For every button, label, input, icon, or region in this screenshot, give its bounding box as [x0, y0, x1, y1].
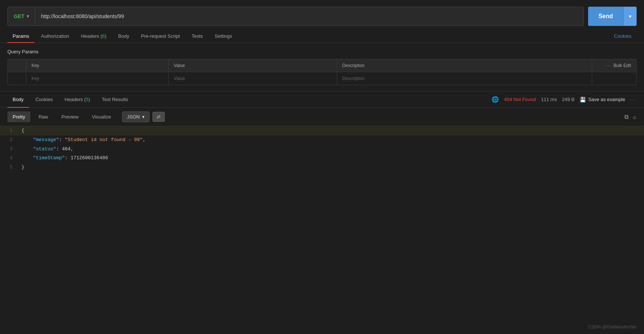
row-checkbox[interactable] [8, 72, 26, 85]
response-meta: 🌐 404 Not Found 111 ms 249 B 💾 Save as e… [492, 96, 637, 103]
response-size: 249 B [562, 97, 574, 102]
search-icon[interactable]: ⌕ [633, 114, 637, 120]
url-input[interactable] [35, 7, 583, 26]
params-value-header: Value [168, 59, 337, 72]
response-more-options-icon[interactable]: ··· [630, 97, 637, 102]
request-tabs: Params Authorization Headers (6) Body Pr… [0, 30, 644, 43]
code-line-4: 4 "timeStamp": 1712600136486 [0, 154, 644, 163]
row-actions [592, 72, 637, 85]
url-bar-wrapper: GET ▾ [7, 7, 584, 26]
code-area: 1 { 2 "message": "Student id not found -… [0, 126, 644, 172]
query-params-section: Query Params Key Value Description ··· B… [0, 43, 644, 91]
send-button-group: Send ▾ [588, 7, 637, 26]
dropdown-chevron-icon: ▾ [142, 114, 145, 120]
code-line-3: 3 "status": 404, [0, 145, 644, 154]
code-line-2: 2 "message": "Student id not found - 99"… [0, 136, 644, 145]
tab-pre-request[interactable]: Pre-request Script [136, 30, 185, 43]
row-key-input[interactable]: Key [26, 72, 169, 85]
tab-params[interactable]: Params [7, 30, 34, 43]
format-tab-preview[interactable]: Preview [56, 111, 84, 122]
table-row: Key Value Description [8, 72, 637, 85]
line-num-3: 3 [0, 145, 19, 154]
method-chevron-icon: ▾ [27, 14, 29, 19]
params-key-header: Key [26, 59, 169, 72]
watermark: CSDN @GoldenaArcher [588, 324, 637, 330]
row-value-input[interactable]: Value [168, 72, 337, 85]
params-table: Key Value Description ··· Bulk Edit Key [7, 59, 637, 85]
tab-settings[interactable]: Settings [209, 30, 237, 43]
query-params-title: Query Params [7, 49, 637, 54]
body-tools-right: ⧉ ⌕ [624, 114, 637, 120]
tab-authorization[interactable]: Authorization [36, 30, 74, 43]
copy-icon[interactable]: ⧉ [624, 114, 628, 120]
save-example-button[interactable]: 💾 Save as example [580, 97, 625, 103]
line-num-1: 1 [0, 126, 19, 136]
response-time: 111 ms [541, 97, 557, 102]
format-tab-pretty[interactable]: Pretty [7, 111, 30, 122]
resp-tab-body[interactable]: Body [7, 91, 29, 107]
response-tabs-bar: Body Cookies Headers (5) Test Results 🌐 … [0, 91, 644, 108]
resp-tab-headers[interactable]: Headers (5) [60, 91, 95, 107]
format-tab-visualize[interactable]: Visualize [87, 111, 116, 122]
url-bar-section: GET ▾ Send ▾ [0, 0, 644, 30]
resp-tab-cookies[interactable]: Cookies [30, 91, 58, 107]
globe-icon: 🌐 [492, 96, 499, 103]
body-format-bar: Pretty Raw Preview Visualize JSON ▾ ⇄ ⧉ … [0, 108, 644, 126]
params-bulk-edit-header: ··· Bulk Edit [592, 59, 637, 72]
tab-cookies-link[interactable]: Cookies [609, 30, 637, 43]
line-num-2: 2 [0, 136, 19, 145]
send-dropdown-button[interactable]: ▾ [623, 7, 637, 26]
resp-tab-test-results[interactable]: Test Results [97, 91, 133, 107]
row-desc-input[interactable]: Description [337, 72, 592, 85]
send-button[interactable]: Send [588, 7, 623, 26]
bulk-edit-label[interactable]: Bulk Edit [614, 63, 631, 68]
tab-body[interactable]: Body [113, 30, 134, 43]
line-content-5: } [19, 163, 644, 172]
line-num-5: 5 [0, 163, 19, 172]
params-more-icon[interactable]: ··· [605, 63, 611, 68]
params-checkbox-header [8, 59, 26, 72]
save-icon: 💾 [580, 97, 586, 103]
tab-headers[interactable]: Headers (6) [76, 30, 112, 43]
line-content-3: "status": 404, [19, 145, 644, 154]
tab-tests[interactable]: Tests [187, 30, 208, 43]
status-badge: 404 Not Found [504, 97, 536, 102]
line-content-4: "timeStamp": 1712600136486 [19, 154, 644, 163]
line-content-2: "message": "Student id not found - 99", [19, 136, 644, 145]
line-num-4: 4 [0, 154, 19, 163]
method-selector[interactable]: GET ▾ [8, 7, 35, 26]
format-tab-raw[interactable]: Raw [33, 111, 53, 122]
code-line-1: 1 { [0, 126, 644, 136]
wrap-toggle-icon[interactable]: ⇄ [152, 112, 165, 122]
format-dropdown[interactable]: JSON ▾ [122, 111, 150, 122]
code-line-5: 5 } [0, 163, 644, 172]
params-desc-header: Description [337, 59, 592, 72]
method-label: GET [14, 13, 24, 19]
line-content-1: { [19, 126, 644, 136]
